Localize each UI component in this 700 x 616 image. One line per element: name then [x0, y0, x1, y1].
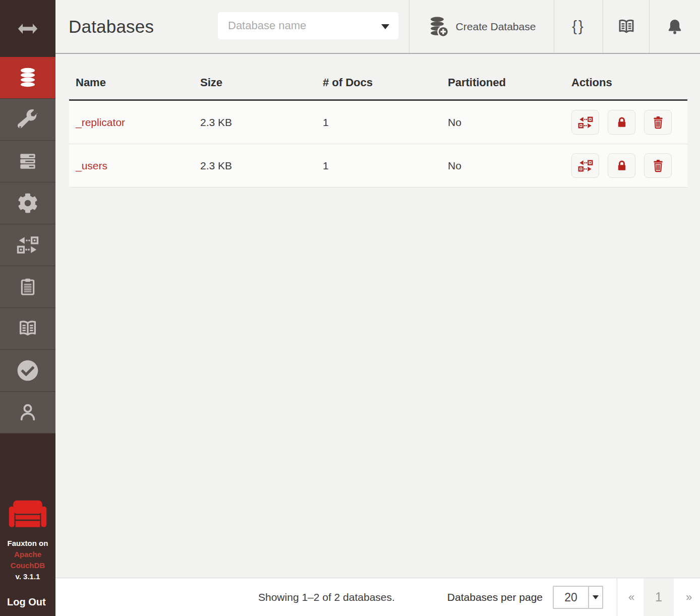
delete-database-button[interactable]: [644, 110, 672, 135]
per-page-select[interactable]: 20: [553, 586, 603, 609]
database-link[interactable]: _users: [76, 160, 107, 171]
replicate-database-button[interactable]: [571, 153, 599, 178]
sidebar-item-account[interactable]: [0, 392, 55, 434]
database-icon: [18, 67, 38, 89]
sidebar-collapse-button[interactable]: [0, 0, 55, 57]
header-actions: Create Database {}: [409, 0, 700, 53]
couch-icon: [8, 500, 47, 530]
chevron-down-icon: [593, 595, 599, 599]
logout-button[interactable]: Log Out: [0, 596, 55, 616]
api-url-button[interactable]: {}: [554, 0, 603, 53]
notifications-button[interactable]: [649, 0, 700, 53]
table-row: _users 2.3 KB 1 No: [69, 144, 687, 188]
table-header-row: Name Size # of Docs Partitioned Actions: [69, 66, 687, 101]
per-page-value: 20: [554, 591, 588, 604]
branding-version: v. 3.1.1: [0, 571, 55, 582]
pagination-prev-button[interactable]: «: [628, 591, 634, 604]
sidebar-item-active-tasks[interactable]: [0, 141, 55, 182]
open-book-icon: [616, 17, 637, 36]
database-link[interactable]: _replicator: [76, 116, 125, 128]
table-row: _replicator 2.3 KB 1 No: [69, 101, 687, 144]
sidebar-item-databases[interactable]: [0, 57, 55, 99]
replication-icon: [578, 158, 593, 173]
database-doc-count: 1: [316, 116, 441, 129]
clipboard-icon: [18, 276, 38, 297]
documentation-button[interactable]: [603, 0, 649, 53]
user-icon: [18, 402, 38, 423]
column-header-docs: # of Docs: [316, 76, 441, 89]
resize-horizontal-icon: [17, 23, 38, 35]
wrench-icon: [18, 109, 38, 130]
database-size: 2.3 KB: [194, 116, 316, 129]
set-permissions-button[interactable]: [608, 110, 635, 135]
databases-table: Name Size # of Docs Partitioned Actions …: [69, 66, 687, 188]
lock-icon: [615, 159, 629, 173]
bell-icon: [666, 17, 684, 36]
database-doc-count: 1: [316, 160, 441, 172]
pagination-footer: Showing 1–2 of 2 databases. Databases pe…: [55, 578, 700, 616]
sidebar: Fauxton on Apache CouchDB v. 3.1.1 Log O…: [0, 0, 55, 616]
column-header-partitioned: Partitioned: [441, 76, 565, 89]
database-name-search: [218, 12, 398, 39]
database-partitioned: No: [441, 160, 565, 172]
column-header-size: Size: [194, 76, 316, 89]
replication-icon: [578, 115, 593, 130]
check-circle-icon: [17, 360, 38, 381]
gear-icon: [18, 193, 38, 213]
database-partitioned: No: [441, 116, 565, 129]
database-size: 2.3 KB: [194, 160, 316, 172]
footer-divider: [617, 578, 617, 616]
select-caret-box[interactable]: [588, 587, 602, 608]
branding-line-fauxton: Fauxton on: [0, 538, 55, 549]
sidebar-spacer: [0, 434, 55, 500]
page-header: Databases Create Database {}: [55, 0, 700, 54]
server-rack-icon: [17, 151, 38, 171]
sidebar-item-replication[interactable]: [0, 224, 55, 266]
showing-summary: Showing 1–2 of 2 databases.: [258, 591, 395, 603]
open-book-icon: [16, 318, 39, 339]
create-database-label: Create Database: [456, 21, 536, 33]
sidebar-branding: Fauxton on Apache CouchDB v. 3.1.1: [0, 500, 55, 596]
sidebar-item-documentation[interactable]: [0, 308, 55, 350]
page-title: Databases: [69, 17, 154, 37]
sidebar-item-configuration[interactable]: [0, 182, 55, 224]
column-header-name: Name: [69, 76, 194, 89]
trash-icon: [651, 159, 665, 173]
column-header-actions: Actions: [565, 76, 687, 89]
create-database-button[interactable]: Create Database: [409, 0, 554, 53]
braces-icon: {}: [572, 18, 585, 35]
delete-database-button[interactable]: [644, 153, 672, 178]
lock-icon: [615, 115, 629, 130]
replication-icon: [17, 234, 39, 256]
sidebar-item-verify[interactable]: [0, 350, 55, 392]
sidebar-item-active-tasks-list[interactable]: [0, 266, 55, 308]
branding-line-couchdb: Apache CouchDB: [0, 549, 55, 571]
replicate-database-button[interactable]: [571, 110, 599, 135]
per-page-label: Databases per page: [447, 591, 543, 603]
set-permissions-button[interactable]: [608, 153, 635, 178]
sidebar-item-setup[interactable]: [0, 99, 55, 141]
trash-icon: [651, 115, 665, 130]
database-name-input[interactable]: [218, 12, 398, 39]
database-add-icon: [428, 15, 449, 38]
pagination-next-button[interactable]: »: [686, 591, 692, 604]
pagination-page-1[interactable]: 1: [644, 578, 674, 616]
